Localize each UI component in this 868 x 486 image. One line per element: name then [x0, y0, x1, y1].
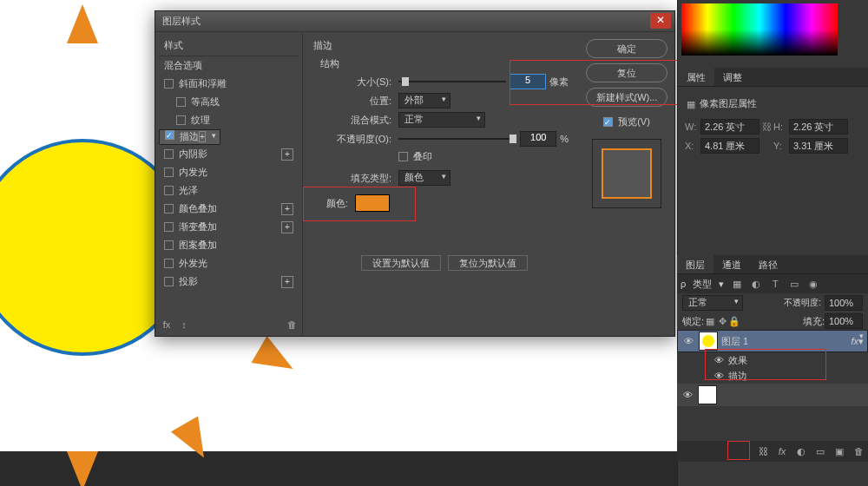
- filltype-select[interactable]: 颜色: [398, 170, 450, 186]
- style-item[interactable]: 渐变叠加+: [159, 218, 299, 236]
- style-checkbox[interactable]: [164, 167, 174, 177]
- width-label: W:: [685, 122, 700, 132]
- dialog-titlebar[interactable]: 图层样式 ✕: [155, 11, 674, 32]
- filter-smart-icon[interactable]: ◉: [807, 278, 819, 290]
- layer-thumbnail[interactable]: [699, 332, 718, 351]
- y-input[interactable]: 3.31 厘米: [789, 138, 848, 154]
- style-label: 投影: [179, 275, 198, 288]
- add-effect-icon[interactable]: +: [281, 203, 293, 215]
- style-item[interactable]: 描边+: [159, 129, 220, 145]
- arrow-icon[interactable]: ↕: [178, 319, 190, 331]
- style-item[interactable]: 内阴影+: [159, 145, 299, 163]
- style-item[interactable]: 外发光: [159, 254, 299, 273]
- preview-label: 预览(V): [618, 115, 650, 128]
- style-checkbox[interactable]: [176, 115, 186, 125]
- layer-fill-input[interactable]: 100%: [825, 313, 863, 329]
- style-item[interactable]: 颜色叠加+: [159, 200, 299, 218]
- mask-icon[interactable]: ◐: [795, 445, 807, 457]
- add-effect-icon[interactable]: +: [281, 148, 293, 161]
- ok-button[interactable]: 确定: [586, 39, 667, 58]
- tab-paths[interactable]: 路径: [750, 255, 786, 273]
- style-item[interactable]: 内发光: [159, 163, 299, 181]
- style-checkbox[interactable]: [164, 277, 174, 286]
- layer-opacity-input[interactable]: 100%: [825, 295, 863, 311]
- height-input[interactable]: 2.26 英寸: [789, 119, 848, 135]
- style-checkbox[interactable]: [164, 240, 174, 250]
- position-select[interactable]: 外部: [398, 93, 450, 108]
- new-layer-icon[interactable]: ▣: [833, 445, 845, 457]
- style-checkbox[interactable]: [164, 79, 174, 89]
- layer-blendmode[interactable]: 正常: [682, 295, 743, 311]
- lock-position-icon[interactable]: ✥: [716, 315, 728, 327]
- delete-layer-icon[interactable]: 🗑: [852, 445, 865, 457]
- tab-channels[interactable]: 通道: [713, 255, 750, 273]
- stroke-settings: 描边 结构 大小(S): 5 像素 位置: 外部 混合模式: 正常: [303, 32, 579, 336]
- prop-type-label: 像素图层属性: [700, 97, 757, 110]
- fx-menu-icon[interactable]: fx: [776, 445, 788, 457]
- filter-shape-icon[interactable]: ▭: [788, 278, 800, 290]
- section-title: 描边: [313, 39, 569, 52]
- new-group-icon[interactable]: ▭: [814, 445, 826, 457]
- width-input[interactable]: 2.26 英寸: [700, 119, 760, 135]
- style-checkbox[interactable]: [164, 204, 174, 213]
- layer-style-dialog: 图层样式 ✕ 样式 混合选项 斜面和浮雕等高线纹理描边+内阴影+内发光光泽颜色叠…: [155, 10, 675, 337]
- reset-default-button[interactable]: 复位为默认值: [448, 255, 528, 271]
- style-checkbox[interactable]: [165, 130, 174, 140]
- style-checkbox[interactable]: [164, 222, 174, 232]
- properties-body: ▦ 像素图层属性 W: 2.26 英寸 ⛓ H: 2.26 英寸 X: 4.81…: [678, 87, 868, 164]
- tab-adjustments[interactable]: 调整: [714, 68, 751, 86]
- filter-image-icon[interactable]: ▦: [731, 278, 743, 290]
- close-icon[interactable]: ✕: [650, 13, 671, 29]
- link-icon[interactable]: ⛓: [760, 122, 773, 132]
- x-input[interactable]: 4.81 厘米: [700, 138, 760, 154]
- preview-checkbox[interactable]: [603, 117, 613, 127]
- fx-icon[interactable]: fx: [161, 319, 173, 331]
- layer-thumbnail[interactable]: [698, 385, 717, 404]
- add-effect-icon[interactable]: +: [281, 276, 293, 288]
- add-effect-icon[interactable]: +: [281, 221, 293, 233]
- style-checkbox[interactable]: [164, 149, 174, 159]
- style-label: 渐变叠加: [179, 220, 217, 233]
- style-checkbox[interactable]: [176, 97, 186, 107]
- add-effect-icon[interactable]: +: [199, 131, 206, 142]
- blendmode-select[interactable]: 正常: [398, 112, 485, 128]
- opacity-input[interactable]: 100: [520, 131, 556, 147]
- style-item[interactable]: 光泽: [159, 181, 299, 200]
- style-checkbox[interactable]: [164, 186, 174, 195]
- color-spectrum[interactable]: [681, 3, 838, 56]
- size-slider[interactable]: [398, 76, 506, 88]
- overprint-checkbox[interactable]: [398, 152, 408, 161]
- style-item[interactable]: 斜面和浮雕: [159, 75, 299, 93]
- blendmode-label: 混合模式:: [320, 114, 398, 127]
- trash-icon[interactable]: 🗑: [286, 319, 298, 331]
- style-item[interactable]: 等高线: [159, 93, 299, 111]
- layer-row-bg[interactable]: 👁: [677, 384, 868, 406]
- style-label: 外发光: [179, 257, 207, 270]
- lock-all-icon[interactable]: 🔒: [728, 315, 740, 327]
- link-layers-icon[interactable]: ⛓: [757, 445, 769, 457]
- chevron-down-icon[interactable]: ▾: [858, 336, 864, 347]
- style-label: 光泽: [179, 184, 198, 197]
- opacity-slider[interactable]: [398, 133, 516, 145]
- layer-name[interactable]: 图层 1: [721, 335, 748, 348]
- tab-properties[interactable]: 属性: [678, 68, 714, 86]
- style-item[interactable]: 图案叠加: [159, 236, 299, 254]
- filter-text-icon[interactable]: T: [769, 278, 781, 290]
- y-label: Y:: [773, 141, 789, 151]
- style-item[interactable]: 纹理: [159, 111, 299, 129]
- annotation-box: [705, 349, 826, 380]
- style-checkbox[interactable]: [164, 259, 174, 268]
- style-label: 内发光: [179, 166, 207, 179]
- fx-badge[interactable]: fx: [851, 336, 858, 346]
- filltype-label: 填充类型:: [320, 172, 398, 185]
- tab-layers[interactable]: 图层: [677, 255, 713, 273]
- style-item[interactable]: 投影+: [159, 273, 299, 291]
- blending-options-row[interactable]: 混合选项: [159, 56, 299, 75]
- set-default-button[interactable]: 设置为默认值: [361, 255, 441, 271]
- visibility-icon[interactable]: 👁: [681, 336, 695, 346]
- visibility-icon[interactable]: 👁: [681, 390, 694, 400]
- filter-adjust-icon[interactable]: ◐: [750, 278, 762, 290]
- lock-pixels-icon[interactable]: ▦: [704, 315, 716, 327]
- pixel-layer-icon: ▦: [685, 98, 697, 110]
- layer-filter-bar: ρ类型▾ ▦ ◐ T ▭ ◉: [677, 274, 868, 293]
